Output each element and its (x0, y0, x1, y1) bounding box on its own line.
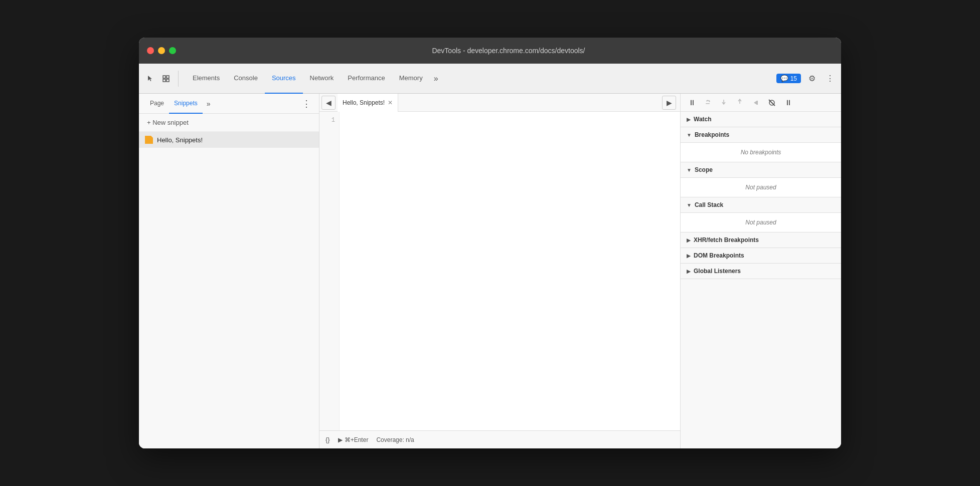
xhr-section-header[interactable]: ▶ XHR/fetch Breakpoints (681, 232, 841, 248)
call-stack-content: Not paused (681, 213, 841, 232)
scope-content: Not paused (681, 178, 841, 197)
tab-elements[interactable]: Elements (186, 64, 227, 94)
tab-memory[interactable]: Memory (392, 64, 430, 94)
global-listeners-arrow: ▶ (687, 269, 691, 274)
coverage-status: Coverage: n/a (376, 436, 414, 443)
console-badge-icon: 💬 (780, 75, 788, 82)
svg-line-6 (769, 100, 775, 106)
dom-section-header[interactable]: ▶ DOM Breakpoints (681, 248, 841, 264)
snippets-panel-content: + New snippet Hello, Snippets! (139, 114, 319, 448)
snippet-file-icon (145, 136, 153, 144)
more-options-icon[interactable]: ⋮ (823, 72, 837, 86)
code-editor[interactable] (340, 112, 680, 430)
editor-tab-bar: ◀ Hello, Snippets! ✕ ▶ (319, 94, 680, 112)
maximize-button[interactable] (169, 47, 176, 54)
tab-snippets[interactable]: Snippets (169, 94, 203, 114)
breakpoints-label: Breakpoints (695, 131, 729, 138)
more-tabs[interactable]: » (430, 74, 442, 83)
inspect-icon[interactable] (159, 72, 173, 86)
new-snippet-button[interactable]: + New snippet (139, 114, 319, 132)
line-numbers: 1 (319, 112, 340, 430)
titlebar: DevTools - developer.chrome.com/docs/dev… (139, 38, 841, 64)
breakpoints-content: No breakpoints (681, 143, 841, 162)
xhr-label: XHR/fetch Breakpoints (694, 236, 759, 244)
traffic-lights (147, 47, 176, 54)
format-button[interactable]: {} (325, 436, 330, 443)
tab-console[interactable]: Console (227, 64, 265, 94)
pause-button[interactable]: ⏸ (685, 96, 699, 110)
cursor-icon[interactable] (143, 72, 157, 86)
svg-rect-4 (706, 103, 710, 104)
close-button[interactable] (147, 47, 154, 54)
watch-section-header[interactable]: ▶ Watch (681, 112, 841, 127)
tab-performance[interactable]: Performance (341, 64, 392, 94)
scope-section-header[interactable]: ▼ Scope (681, 162, 841, 178)
content-area: Page Snippets » ⋮ + New snippet (139, 94, 841, 448)
debug-toolbar: ⏸ (681, 94, 841, 112)
panel-tab-menu[interactable]: ⋮ (300, 98, 313, 109)
editor-tab-close[interactable]: ✕ (388, 99, 393, 106)
call-stack-label: Call Stack (695, 201, 723, 208)
toolbar-icons (143, 71, 182, 87)
tab-network[interactable]: Network (303, 64, 341, 94)
editor-tab-active[interactable]: Hello, Snippets! ✕ (338, 94, 398, 112)
scope-arrow: ▼ (687, 167, 692, 173)
panel-tab-more[interactable]: » (203, 100, 215, 108)
dom-arrow: ▶ (687, 253, 691, 259)
step-into-button[interactable] (717, 96, 731, 110)
svg-rect-1 (167, 76, 169, 78)
svg-rect-2 (163, 79, 166, 82)
step-over-button[interactable] (701, 96, 715, 110)
svg-rect-5 (757, 101, 758, 105)
call-stack-section-header[interactable]: ▼ Call Stack (681, 197, 841, 213)
left-panel: Page Snippets » ⋮ + New snippet (139, 94, 319, 448)
breakpoints-section-header[interactable]: ▼ Breakpoints (681, 127, 841, 143)
tab-sources[interactable]: Sources (265, 64, 303, 94)
devtools-body: Elements Console Sources Network Perform… (139, 64, 841, 448)
svg-rect-0 (163, 76, 166, 78)
toolbar-divider (178, 71, 179, 87)
watch-arrow: ▶ (687, 117, 691, 122)
step-out-button[interactable] (733, 96, 747, 110)
run-button[interactable]: ▶ ⌘+Enter (338, 436, 369, 443)
window-title: DevTools - developer.chrome.com/docs/dev… (184, 47, 833, 55)
tab-page[interactable]: Page (145, 94, 169, 114)
settings-icon[interactable]: ⚙ (805, 72, 819, 86)
line-num-1: 1 (319, 116, 339, 125)
editor-status-bar: {} ▶ ⌘+Enter Coverage: n/a (319, 430, 680, 448)
global-listeners-section-header[interactable]: ▶ Global Listeners (681, 264, 841, 279)
snippet-item-hello[interactable]: Hello, Snippets! (139, 132, 319, 148)
pause-on-exception-button[interactable]: ⏸ (781, 96, 795, 110)
main-tabs: Elements Console Sources Network Perform… (186, 64, 776, 94)
left-panel-tabs: Page Snippets » ⋮ (139, 94, 319, 114)
snippet-item-name: Hello, Snippets! (157, 136, 203, 144)
deactivate-breakpoints-button[interactable] (765, 96, 779, 110)
console-badge[interactable]: 💬 15 (776, 74, 801, 83)
svg-rect-3 (167, 79, 169, 82)
xhr-arrow: ▶ (687, 237, 691, 243)
editor-area: 1 (319, 112, 680, 430)
step-button[interactable] (749, 96, 763, 110)
main-tab-bar: Elements Console Sources Network Perform… (139, 64, 841, 94)
global-listeners-label: Global Listeners (694, 268, 741, 275)
watch-label: Watch (694, 116, 712, 123)
editor-panel: ◀ Hello, Snippets! ✕ ▶ 1 {} (319, 94, 681, 448)
right-panel: ⏸ (681, 94, 841, 448)
call-stack-arrow: ▼ (687, 202, 692, 208)
dom-label: DOM Breakpoints (694, 252, 744, 259)
run-script-toggle[interactable]: ▶ (662, 96, 676, 110)
minimize-button[interactable] (158, 47, 165, 54)
navigator-toggle[interactable]: ◀ (321, 96, 336, 110)
tab-bar-right: 💬 15 ⚙ ⋮ (776, 72, 837, 86)
breakpoints-arrow: ▼ (687, 132, 692, 138)
scope-label: Scope (695, 166, 713, 173)
devtools-window: DevTools - developer.chrome.com/docs/dev… (139, 38, 841, 448)
